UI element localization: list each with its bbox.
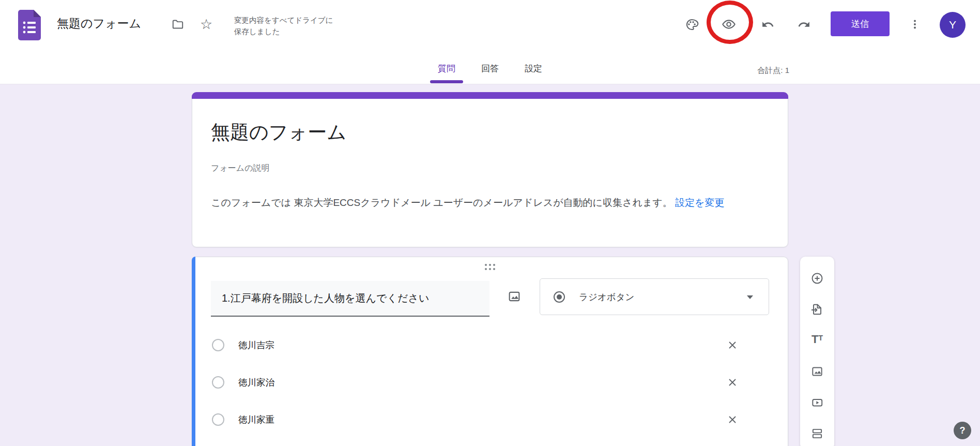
tab-questions[interactable]: 質問 — [437, 62, 456, 75]
option-row: 徳川家重 — [211, 407, 769, 432]
question-card[interactable]: 1.江戸幕府を開設した人物を選んでください ラジオボタン 徳川吉宗 徳川家治 — [192, 257, 788, 446]
radio-circle-icon — [212, 413, 224, 426]
send-button[interactable]: 送信 — [831, 11, 890, 36]
plus-circle-icon — [810, 272, 824, 285]
radio-circle-icon — [212, 339, 224, 351]
help-button[interactable]: ? — [954, 422, 971, 439]
eye-icon — [722, 17, 736, 32]
radio-button-icon — [554, 291, 565, 303]
option-label[interactable]: 徳川家治 — [238, 376, 274, 389]
add-image-toolbar-button[interactable] — [810, 365, 824, 378]
save-status-text: 変更内容をすべてドライブに保存しました — [234, 14, 338, 37]
image-icon — [810, 365, 824, 378]
import-questions-icon — [810, 303, 824, 316]
folder-icon — [171, 18, 185, 31]
video-icon — [810, 396, 824, 409]
form-description-input[interactable]: フォームの説明 — [211, 163, 270, 174]
selected-question-accent-bar — [192, 257, 195, 446]
change-settings-link[interactable]: 設定を変更 — [675, 197, 724, 208]
radio-circle-icon — [212, 376, 224, 389]
customize-theme-button[interactable] — [682, 15, 701, 34]
option-label[interactable]: 徳川家重 — [238, 413, 274, 426]
option-label[interactable]: 徳川吉宗 — [238, 339, 274, 351]
option-row: 徳川吉宗 — [211, 333, 769, 358]
palette-icon — [685, 18, 699, 32]
add-section-button[interactable] — [810, 427, 824, 440]
question-type-label: ラジオボタン — [579, 291, 634, 303]
close-icon — [727, 339, 738, 351]
form-accent-bar — [192, 92, 788, 99]
option-row: 徳川家治 — [211, 370, 769, 395]
add-title-text-button[interactable]: TT — [810, 334, 824, 347]
add-image-button[interactable] — [505, 287, 524, 306]
remove-option-button[interactable] — [723, 373, 742, 392]
text-icon: T — [811, 334, 818, 345]
app-header: 無題のフォーム ☆ 変更内容をすべてドライブに保存しました — [0, 0, 980, 84]
side-toolbar: TT — [800, 257, 834, 446]
star-button[interactable]: ☆ — [197, 15, 216, 34]
drag-handle[interactable] — [485, 264, 495, 270]
form-title-input[interactable]: 無題のフォーム — [211, 120, 346, 145]
tab-responses[interactable]: 回答 — [480, 62, 500, 75]
image-icon — [507, 289, 522, 304]
add-video-button[interactable] — [810, 396, 824, 409]
total-points-label: 合計点: 1 — [757, 66, 789, 76]
document-title[interactable]: 無題のフォーム — [57, 16, 141, 32]
account-avatar[interactable]: Y — [940, 12, 966, 38]
redo-button[interactable] — [794, 15, 813, 34]
question-type-dropdown[interactable]: ラジオボタン — [540, 278, 769, 315]
form-header-card: 無題のフォーム フォームの説明 このフォームでは 東京大学ECCSクラウドメール… — [192, 92, 788, 247]
move-to-folder-button[interactable] — [169, 15, 187, 34]
close-icon — [727, 414, 738, 425]
forms-logo[interactable] — [18, 10, 41, 40]
remove-option-button[interactable] — [723, 410, 742, 429]
email-collection-notice: このフォームでは 東京大学ECCSクラウドメール ユーザーのメールアドレスが自動… — [211, 195, 728, 211]
remove-option-button[interactable] — [723, 336, 742, 354]
close-icon — [727, 377, 738, 388]
star-icon: ☆ — [200, 18, 212, 32]
add-question-button[interactable] — [810, 272, 824, 285]
email-notice-text: このフォームでは 東京大学ECCSクラウドメール ユーザーのメールアドレスが自動… — [211, 197, 672, 208]
forms-logo-icon — [18, 10, 41, 40]
kebab-menu-icon — [909, 18, 921, 31]
section-icon — [810, 427, 824, 440]
undo-icon — [761, 18, 774, 31]
tab-bar: 質問 回答 設定 — [0, 62, 980, 75]
import-questions-button[interactable] — [810, 303, 824, 316]
tab-settings[interactable]: 設定 — [524, 62, 543, 75]
redo-icon — [798, 18, 810, 31]
question-text-input[interactable]: 1.江戸幕府を開設した人物を選んでください — [211, 281, 489, 317]
preview-button[interactable] — [719, 15, 738, 34]
more-options-button[interactable] — [906, 15, 924, 34]
chevron-down-icon — [747, 295, 753, 299]
undo-button[interactable] — [758, 15, 777, 34]
